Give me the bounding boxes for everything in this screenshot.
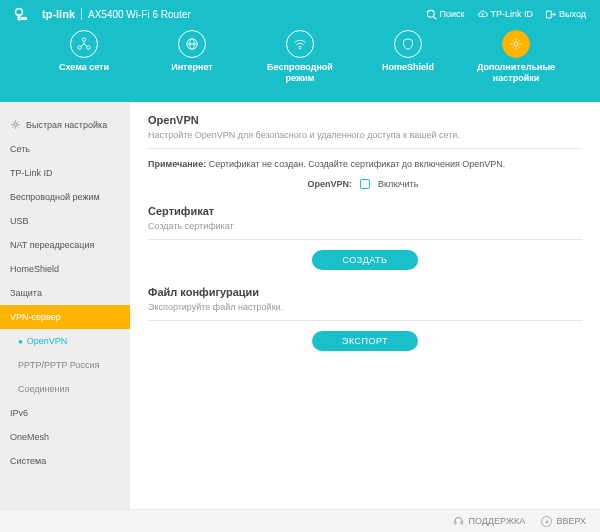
tplink-logo-icon <box>14 7 36 21</box>
shield-home-icon <box>401 37 415 51</box>
config-title: Файл конфигурации <box>148 286 582 298</box>
sidebar-item-pptp[interactable]: PPTP/PPTP Россия <box>0 353 130 377</box>
sidebar-item-network[interactable]: Сеть <box>0 137 130 161</box>
svg-line-4 <box>433 16 436 19</box>
logout-icon <box>545 9 556 20</box>
create-cert-button[interactable]: СОЗДАТЬ <box>312 250 417 270</box>
headset-icon <box>453 516 464 527</box>
sidebar-item-homeshield[interactable]: HomeShield <box>0 257 130 281</box>
section-desc-openvpn: Настройте OpenVPN для безопасного и удал… <box>148 130 582 140</box>
svg-point-12 <box>299 48 301 50</box>
content-area: OpenVPN Настройте OpenVPN для безопасног… <box>130 102 600 509</box>
cert-desc: Создать сертификат <box>148 221 582 231</box>
divider <box>148 239 582 240</box>
model-name: AX5400 Wi-Fi 6 Router <box>88 9 191 20</box>
svg-point-6 <box>82 38 86 42</box>
svg-point-13 <box>514 42 518 46</box>
sidebar: Быстрая настройка Сеть TP-Link ID Беспро… <box>0 102 130 509</box>
sidebar-item-nat[interactable]: NAT переадресация <box>0 233 130 257</box>
tab-homeshield[interactable]: HomeShield <box>369 30 447 84</box>
openvpn-label: OpenVPN: <box>222 179 352 189</box>
scroll-top-button[interactable]: ВВЕРХ <box>541 516 586 527</box>
header-banner: tp-link AX5400 Wi-Fi 6 Router Поиск TP-L… <box>0 0 600 102</box>
openvpn-enable-checkbox[interactable] <box>360 179 370 189</box>
svg-rect-2 <box>21 17 27 20</box>
config-desc: Экспортируйте файл настройки. <box>148 302 582 312</box>
tab-internet[interactable]: Интернет <box>153 30 231 84</box>
topbar: tp-link AX5400 Wi-Fi 6 Router Поиск TP-L… <box>0 0 600 28</box>
tab-advanced[interactable]: Дополнительные настройки <box>477 30 555 84</box>
logout-button[interactable]: Выход <box>545 9 586 20</box>
openvpn-enable-row: OpenVPN: Включить <box>148 179 582 189</box>
export-config-button[interactable]: ЭКСПОРТ <box>312 331 418 351</box>
search-button[interactable]: Поиск <box>426 9 465 20</box>
divider <box>81 8 82 20</box>
sidebar-item-quick-setup[interactable]: Быстрая настройка <box>0 112 130 137</box>
sidebar-item-usb[interactable]: USB <box>0 209 130 233</box>
section-title-openvpn: OpenVPN <box>148 114 582 126</box>
brand-text: tp-link <box>42 8 75 20</box>
diagram-icon <box>77 37 91 51</box>
sidebar-item-vpn[interactable]: VPN-сервер <box>0 305 130 329</box>
page-body: Быстрая настройка Сеть TP-Link ID Беспро… <box>0 102 600 510</box>
note-text: Примечание: Сертификат не создан. Создай… <box>148 159 582 169</box>
tab-wireless[interactable]: Беспроводной режим <box>261 30 339 84</box>
sidebar-item-openvpn[interactable]: ●OpenVPN <box>0 329 130 353</box>
certificate-block: Сертификат Создать сертификат СОЗДАТЬ <box>148 205 582 270</box>
cloud-icon <box>477 9 488 20</box>
footer: ПОДДЕРЖКА ВВЕРХ <box>0 510 600 532</box>
search-icon <box>426 9 437 20</box>
tplink-id-button[interactable]: TP-Link ID <box>477 9 534 20</box>
tab-network-diagram[interactable]: Схема сети <box>45 30 123 84</box>
gear-icon <box>10 119 21 130</box>
divider <box>148 148 582 149</box>
sidebar-item-system[interactable]: Система <box>0 449 130 473</box>
svg-point-14 <box>14 123 17 126</box>
sidebar-item-onemesh[interactable]: OneMesh <box>0 425 130 449</box>
divider <box>148 320 582 321</box>
note-label: Примечание: <box>148 159 206 169</box>
sidebar-item-wireless[interactable]: Беспроводной режим <box>0 185 130 209</box>
svg-rect-5 <box>546 11 551 18</box>
main-tabs: Схема сети Интернет Беспроводной режим H… <box>0 28 600 84</box>
globe-icon <box>185 37 199 51</box>
sidebar-item-tplinkid[interactable]: TP-Link ID <box>0 161 130 185</box>
gear-icon <box>509 37 523 51</box>
sidebar-item-ipv6[interactable]: IPv6 <box>0 401 130 425</box>
cert-title: Сертификат <box>148 205 582 217</box>
support-button[interactable]: ПОДДЕРЖКА <box>453 516 525 527</box>
openvpn-enable-text: Включить <box>378 179 508 189</box>
svg-rect-1 <box>18 14 21 21</box>
arrow-up-icon <box>541 516 552 527</box>
sidebar-item-connections[interactable]: Соединения <box>0 377 130 401</box>
config-file-block: Файл конфигурации Экспортируйте файл нас… <box>148 286 582 351</box>
brand: tp-link <box>14 7 75 21</box>
sidebar-item-security[interactable]: Защита <box>0 281 130 305</box>
svg-point-3 <box>427 10 434 17</box>
wifi-icon <box>293 37 307 51</box>
